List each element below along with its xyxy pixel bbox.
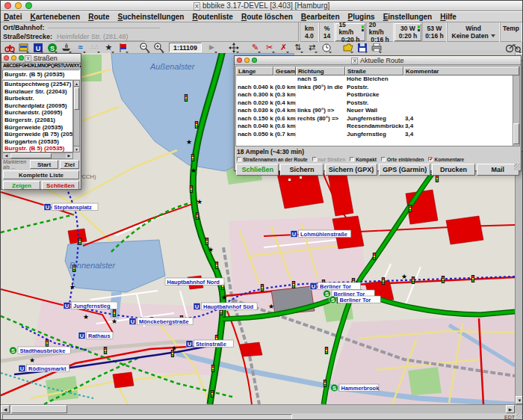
alphabet-index[interactable]: ABCDEFGHIJKLMNOPQRSTUVWXYZ	[1, 63, 81, 69]
sbahn-layer-icon[interactable]: S	[46, 43, 58, 53]
checkbox-icon[interactable]	[350, 157, 354, 161]
checkbox-icon[interactable]	[381, 157, 386, 161]
terrain-layer-icon[interactable]: ∴∴	[88, 43, 101, 53]
schlie-en-button[interactable]: Schließen	[236, 164, 279, 176]
scroll-thumb[interactable]	[10, 153, 52, 158]
open-folder-icon[interactable]	[341, 43, 354, 53]
scissors-icon[interactable]: ✂	[263, 43, 276, 53]
scroll-down-arrow[interactable]: ▼	[74, 146, 79, 152]
wind-dropdown[interactable]: Wind Keine Daten	[447, 22, 500, 42]
option-checkbox[interactable]: Orte einblenden	[381, 157, 424, 162]
column-header[interactable]: Gesamt	[273, 67, 296, 75]
column-header[interactable]: Kommentar	[403, 67, 519, 75]
resize-grip[interactable]	[516, 413, 523, 420]
street-list-item[interactable]: Buntspechtweg (22547)	[3, 81, 72, 88]
route-table-row[interactable]: nach 0.040 km(0.6 km)Reesendammbrücke3,4	[236, 123, 519, 131]
street-list-vscrollbar[interactable]: ▲ ▼	[73, 80, 80, 152]
bbbike-bike-icon[interactable]	[504, 43, 522, 53]
street-list[interactable]: Buntspechtweg (22547)Bunzlauer Str. (220…	[2, 80, 73, 152]
menu-route[interactable]: Route	[88, 13, 109, 21]
checkbox-icon[interactable]	[237, 157, 241, 161]
speed-15-button[interactable]: 15 km/h0:20 h	[335, 23, 365, 41]
ort-input[interactable]	[48, 28, 160, 28]
street-list-hscrollbar[interactable]: ◀ ▶	[2, 152, 73, 159]
ziel-button[interactable]: Ziel	[60, 160, 79, 169]
water-layer-icon[interactable]: ≈	[74, 43, 87, 53]
route-table-row[interactable]: nach 0.020 km(0.4 km)Poststr.	[236, 99, 519, 108]
menu-bearbeiten[interactable]: Bearbeiten	[301, 13, 340, 21]
sichern-gpx--button[interactable]: Sichern (GPX)	[325, 164, 378, 176]
menu-plugins[interactable]: Plugins	[348, 13, 375, 21]
komplette-liste-button[interactable]: Komplette Liste	[3, 170, 79, 179]
menu-routenliste[interactable]: Routenliste	[192, 13, 232, 21]
strasse-input[interactable]: Heimfelder Str. (281.48)	[55, 33, 145, 41]
scroll-thumb[interactable]	[513, 123, 519, 144]
ferry-layer-icon[interactable]	[60, 43, 72, 53]
route-table[interactable]: LängeGesamtRichtungStraßeKommentar nach …	[235, 66, 520, 146]
gps-garmin--button[interactable]: GPS (Garmin)	[379, 164, 430, 176]
option-checkbox[interactable]: Kompakt	[350, 157, 377, 162]
start-button[interactable]: Start	[30, 160, 58, 169]
delete-route-icon[interactable]: ✗	[277, 43, 290, 53]
zoom-out-icon[interactable]	[138, 43, 151, 53]
route-table-row[interactable]: nach 0.300 km(0.3 km)Postbrücke	[236, 91, 519, 99]
speed-20-button[interactable]: 20 km/h0:16 h	[366, 22, 394, 42]
street-list-item[interactable]: Bürgerstr. (22081)	[3, 117, 72, 124]
zoom-in-icon[interactable]	[152, 43, 165, 53]
menu-route-l-schen[interactable]: Route löschen	[241, 13, 293, 21]
resize-grip[interactable]	[514, 164, 521, 170]
street-search-input[interactable]: Burgstr. (B 5) (20535)	[2, 70, 80, 79]
menu-datei[interactable]: Datei	[4, 13, 22, 21]
updown-icon[interactable]: ⇅	[291, 43, 304, 53]
street-list-item[interactable]: Burbekstr.	[3, 95, 72, 102]
flag-layer-icon[interactable]	[117, 43, 129, 53]
column-header[interactable]: Straße	[345, 67, 403, 75]
zeigen-button[interactable]: Zeigen	[3, 181, 40, 190]
menu-hilfe[interactable]: Hilfe	[440, 13, 457, 21]
checkbox-icon[interactable]	[312, 157, 317, 161]
horizontal-scroll-thumb[interactable]	[11, 405, 67, 413]
street-list-item[interactable]: Burchardplatz (20095)	[3, 102, 72, 110]
ubahn-layer-icon[interactable]: U	[31, 43, 44, 53]
option-checkbox[interactable]: nur Straßen	[312, 157, 345, 162]
play-arrow-icon[interactable]: ▶	[205, 43, 218, 53]
street-list-item[interactable]: Burchardstr. (20095)	[3, 109, 72, 117]
schliessen-button[interactable]: Schließen	[42, 181, 79, 190]
power-53-button[interactable]: 53 W0:16 h	[422, 22, 448, 42]
column-header[interactable]: Richtung	[296, 67, 345, 75]
titlebar[interactable]: Xbbbike 3.17-DEVEL [3.403] [Hamburg]	[1, 1, 522, 11]
option-checkbox[interactable]: Straßennamen an der Route	[237, 157, 308, 162]
route-table-row[interactable]: nach 0.040 km(0.0 km)links (90°) in dieP…	[236, 84, 519, 92]
street-list-item[interactable]: Bürgerweide (20535)	[3, 124, 72, 132]
save-icon[interactable]	[356, 43, 368, 53]
star-layer-icon[interactable]: ★	[102, 43, 115, 53]
route-table-row[interactable]: nach 0.030 km(0.4 km)links (90°) =>Neuer…	[236, 107, 519, 115]
scroll-right-arrow[interactable]: ▶	[506, 405, 515, 413]
menu-einstellungen[interactable]: Einstellungen	[383, 13, 433, 21]
route-table-vscrollbar[interactable]	[513, 75, 519, 146]
clock-icon[interactable]	[320, 43, 332, 53]
print-icon[interactable]	[370, 43, 383, 53]
sichern-button[interactable]: Sichern	[280, 164, 323, 176]
street-list-item[interactable]: Burgstr. (B 5) (20535)	[3, 145, 72, 152]
bus-layer-icon[interactable]	[17, 43, 30, 53]
column-header[interactable]: Länge	[236, 67, 273, 75]
street-list-item[interactable]: Burggarten (20535)	[3, 138, 72, 146]
route-table-row[interactable]: nach 0.050 km(0.7 km)Jungfernstieg3,4	[236, 131, 519, 139]
route-table-row[interactable]: nach 0.150 km(0.6 km)rechts (80°) =>Jung…	[236, 115, 519, 123]
street-list-item[interactable]: Bürgerweide (B 75) (20535)	[3, 131, 72, 138]
menu-kartenebenen[interactable]: Kartenebenen	[30, 13, 80, 21]
route-window-titlebar[interactable]: XAktuelle Route	[235, 56, 521, 65]
mail-button[interactable]: Mail	[477, 164, 519, 176]
scroll-up-arrow[interactable]: ▲	[74, 81, 79, 87]
street-list-item[interactable]: Bunzlauer Str. (22043)	[3, 88, 72, 96]
drucken-button[interactable]: Drucken	[432, 164, 474, 176]
bike-layer-icon[interactable]	[3, 43, 16, 53]
scroll-left-arrow[interactable]: ◀	[3, 153, 10, 158]
scroll-down-arrow[interactable]: ▼	[516, 396, 523, 404]
swap-icon[interactable]: ⇄	[306, 43, 318, 53]
checkbox-icon[interactable]: ✔	[428, 157, 433, 161]
scroll-right-arrow[interactable]: ▶	[66, 153, 72, 158]
streets-window-titlebar[interactable]: XStraßen	[1, 54, 81, 63]
scroll-thumb[interactable]	[74, 87, 79, 110]
